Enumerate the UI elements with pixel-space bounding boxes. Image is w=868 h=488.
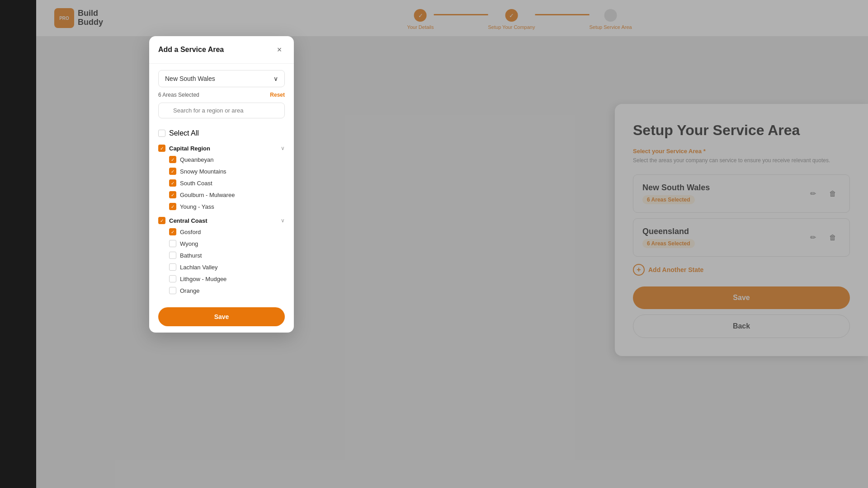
south-coast-checkbox[interactable]: ✓ <box>169 179 176 187</box>
central-coast-checkbox[interactable]: ✓ <box>158 217 165 224</box>
capital-region-label: Capital Region <box>169 145 210 152</box>
capital-region-group: ✓ Capital Region ∨ ✓ Queanbeyan ✓ Snowy … <box>158 141 285 212</box>
select-all-row[interactable]: Select All <box>158 127 285 139</box>
areas-count: 6 Areas Selected <box>158 92 199 98</box>
modal-body: New South Wales ∨ 6 Areas Selected Reset… <box>149 64 294 301</box>
lachlan-valley-checkbox[interactable] <box>169 263 176 271</box>
list-item: Orange <box>169 285 285 295</box>
list-item: Lachlan Valley <box>169 261 285 273</box>
goulburn-checkbox[interactable]: ✓ <box>169 191 176 198</box>
dropdown-value: New South Wales <box>165 75 215 82</box>
list-item: ✓ Goulburn - Mulwaree <box>169 189 285 201</box>
central-coast-label: Central Coast <box>169 217 208 224</box>
snowy-mountains-label: Snowy Mountains <box>180 168 226 175</box>
central-coast-left: ✓ Central Coast <box>158 217 208 224</box>
central-coast-chevron: ∨ <box>281 217 285 224</box>
capital-region-subitems: ✓ Queanbeyan ✓ Snowy Mountains ✓ South C… <box>158 154 285 212</box>
state-dropdown[interactable]: New South Wales ∨ <box>158 70 285 87</box>
search-wrapper: 🔍 <box>158 103 285 123</box>
capital-region-header[interactable]: ✓ Capital Region ∨ <box>158 141 285 154</box>
modal-save-button[interactable]: Save <box>158 307 285 326</box>
orange-checkbox[interactable] <box>169 287 176 294</box>
list-item: ✓ Young - Yass <box>169 201 285 212</box>
list-item: Bathurst <box>169 249 285 261</box>
region-list: ✓ Capital Region ∨ ✓ Queanbeyan ✓ Snowy … <box>158 141 285 295</box>
wyong-checkbox[interactable] <box>169 240 176 247</box>
modal-header: Add a Service Area × <box>149 36 294 64</box>
central-coast-group: ✓ Central Coast ∨ ✓ Gosford Wyong <box>158 213 285 295</box>
central-coast-header[interactable]: ✓ Central Coast ∨ <box>158 213 285 226</box>
capital-region-chevron: ∨ <box>281 145 285 151</box>
goulburn-label: Goulburn - Mulwaree <box>180 192 235 198</box>
capital-region-checkbox[interactable]: ✓ <box>158 145 165 152</box>
queanbeyan-checkbox[interactable]: ✓ <box>169 156 176 163</box>
orange-label: Orange <box>180 287 199 294</box>
capital-region-left: ✓ Capital Region <box>158 145 210 152</box>
queanbeyan-label: Queanbeyan <box>180 156 213 163</box>
modal-title: Add a Service Area <box>158 46 224 54</box>
lithgow-mudgee-checkbox[interactable] <box>169 275 176 282</box>
select-all-label: Select All <box>169 129 199 137</box>
modal-close-button[interactable]: × <box>274 44 285 55</box>
gosford-label: Gosford <box>180 229 201 235</box>
list-item: ✓ Queanbeyan <box>169 154 285 165</box>
add-service-area-modal: Add a Service Area × New South Wales ∨ 6… <box>149 36 294 333</box>
search-input[interactable] <box>158 103 285 118</box>
list-item: Lithgow - Mudgee <box>169 273 285 285</box>
list-item: Wyong <box>169 238 285 249</box>
reset-button[interactable]: Reset <box>270 92 285 98</box>
central-coast-subitems: ✓ Gosford Wyong Bathurst Lachlan Valley <box>158 226 285 295</box>
south-coast-label: South Coast <box>180 180 212 187</box>
lachlan-valley-label: Lachlan Valley <box>180 264 218 271</box>
snowy-mountains-checkbox[interactable]: ✓ <box>169 168 176 175</box>
chevron-down-icon: ∨ <box>274 75 278 82</box>
gosford-checkbox[interactable]: ✓ <box>169 228 176 235</box>
bathurst-checkbox[interactable] <box>169 252 176 259</box>
list-item: ✓ South Coast <box>169 177 285 189</box>
modal-footer: Save <box>149 301 294 333</box>
lithgow-mudgee-label: Lithgow - Mudgee <box>180 276 226 282</box>
list-item: ✓ Snowy Mountains <box>169 165 285 177</box>
list-item: ✓ Gosford <box>169 226 285 238</box>
select-all-checkbox[interactable] <box>158 130 165 137</box>
young-yass-checkbox[interactable]: ✓ <box>169 203 176 210</box>
bathurst-label: Bathurst <box>180 252 202 259</box>
wyong-label: Wyong <box>180 240 198 247</box>
areas-bar: 6 Areas Selected Reset <box>158 92 285 98</box>
young-yass-label: Young - Yass <box>180 203 214 210</box>
